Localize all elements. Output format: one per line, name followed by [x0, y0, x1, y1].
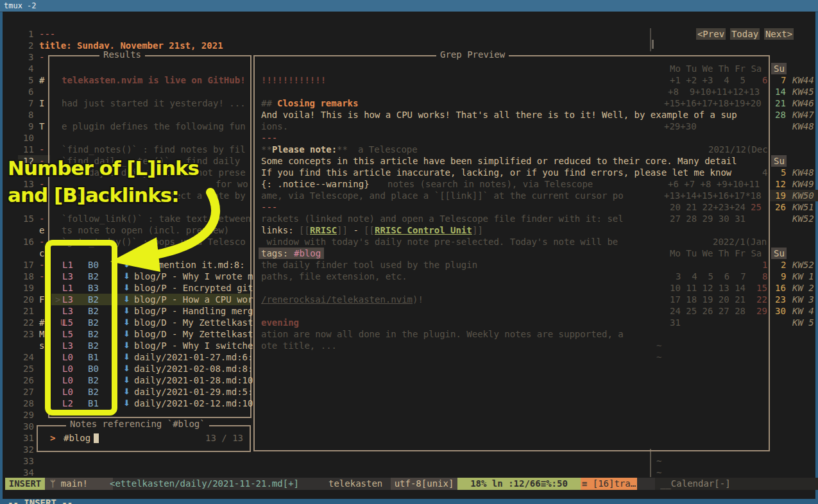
buffer-line: - — [39, 213, 44, 224]
bleed-line: )! — [413, 294, 423, 305]
results-window-title: Results — [99, 49, 145, 60]
line-number: 9 — [28, 121, 33, 132]
line-number: 15 — [23, 213, 34, 224]
line-number: 24 — [23, 351, 34, 363]
search-input[interactable]: #blog — [64, 432, 90, 444]
bleed-line: ts note to open (incl. preview) — [62, 224, 229, 236]
buffer-line: - — [39, 259, 44, 271]
result-entry-label: blog/P - Handling merg — [134, 305, 253, 317]
bleed-line: ote title, ... — [261, 340, 337, 351]
kw-label: KW50 — [792, 190, 814, 201]
line-number: 16 — [23, 236, 34, 248]
calendar-weekday-header: Su — [774, 63, 785, 74]
calendar-days: 4 — [762, 167, 767, 178]
kw-label: KW45 — [792, 86, 814, 97]
calendar-date[interactable]: 9 — [781, 271, 786, 282]
calendar-days: +29+30 — [664, 121, 697, 132]
calendar-date[interactable]: 23 — [775, 294, 786, 305]
calendar-next-button[interactable]: Next> — [764, 28, 794, 40]
buffer-line: F — [39, 294, 44, 305]
empty-buffer-tilde: ~ — [656, 351, 661, 363]
line-number: 5 — [28, 74, 33, 86]
buffer-line: # — [39, 74, 44, 86]
tmux-window: tmux -2 Results Grep Preview Notes refer… — [0, 0, 818, 504]
calendar-date[interactable]: 12 — [775, 178, 786, 190]
calendar-days: +15+16+17+18+19+20 — [664, 97, 762, 109]
result-entry-label: daily/2021-01-29.md:5: — [134, 386, 253, 398]
buffer-line: T — [39, 121, 44, 132]
calendar-days: 10 11 12 13 14 — [670, 282, 746, 294]
window-separator — [652, 40, 654, 49]
preview-line: --- — [261, 201, 277, 213]
calendar-date[interactable]: 28 — [775, 109, 786, 121]
bleed-line: a Telescope — [358, 144, 418, 155]
annotation-box — [45, 240, 117, 416]
line-number: 11 — [23, 144, 34, 155]
line-number: 7 — [28, 97, 33, 109]
preview-line: ## — [261, 97, 272, 109]
tag-match: #blog — [294, 248, 321, 259]
buffer-line: # — [39, 317, 44, 328]
result-entry-label: blog/P - Why I switche — [134, 340, 253, 351]
down-arrow-icon: ⬇ — [123, 386, 130, 398]
down-arrow-icon: ⬇ — [123, 317, 130, 328]
line-number: 31 — [23, 432, 34, 444]
bleed-line: ame, via Telescope, and place a `[[link]… — [261, 190, 624, 201]
calendar-date[interactable]: 16 — [775, 282, 786, 294]
kw-label: KW46 — [792, 97, 814, 109]
buffer-line: --- — [39, 28, 55, 40]
window-separator — [650, 449, 651, 477]
calendar-days: +8 9+10+11+12+13 — [668, 86, 760, 97]
calendar-date[interactable]: 21 — [775, 97, 786, 109]
calendar-date[interactable]: 26 — [775, 201, 786, 213]
calendar-saturday: 8 — [762, 271, 767, 282]
calendar-date[interactable]: 14 — [775, 86, 786, 97]
kw-label: KW44 — [792, 74, 814, 86]
calendar-date[interactable]: 19 — [775, 190, 786, 201]
preview-line: {: .notice--warning} — [261, 178, 370, 190]
buffer-line: M — [39, 328, 44, 340]
line-number: 34 — [23, 467, 34, 478]
encoding-indicator: utf-8[unix] — [391, 478, 457, 490]
line-number: 17 — [23, 259, 34, 271]
annotation-text-line2: and [B]acklinks: — [8, 183, 179, 206]
wiki-link: RRISC Control Unit — [375, 224, 472, 236]
calendar-date[interactable]: 2 — [781, 259, 786, 271]
kw-label: KW 4 — [792, 305, 814, 317]
calendar-saturday: 29 — [756, 305, 767, 317]
wiki-link: RRISC — [310, 224, 337, 236]
buffer-line: c — [39, 248, 44, 259]
line-number: 28 — [23, 398, 34, 409]
line-number: 23 — [23, 328, 34, 340]
line-number: 4 — [28, 63, 33, 74]
window-titlebar: tmux -2 — [0, 0, 818, 12]
preview-line: tags: — [261, 248, 288, 259]
calendar-weekday-header: Su — [774, 155, 785, 167]
preview-heading: Closing remarks — [277, 97, 358, 109]
preview-line: ions. — [261, 121, 288, 132]
calendar-date[interactable]: 5 — [781, 167, 786, 178]
calendar-prev-button[interactable]: <Prev — [696, 28, 726, 40]
buffer-line: - — [39, 144, 44, 155]
progress-indicator: 18% ln :12/66≡%:50 — [457, 478, 581, 490]
calendar-days: 17 18 19 20 21 — [670, 294, 746, 305]
calendar-date[interactable]: 7 — [781, 74, 786, 86]
line-number: 6 — [28, 86, 33, 97]
line-number: 1 — [28, 28, 33, 40]
preview-window-title: Grep Preview — [436, 49, 509, 60]
result-counter: 13 / 13 — [205, 432, 243, 444]
calendar-month-header: 2021/12(Dec — [708, 144, 768, 155]
calendar-date[interactable]: 30 — [775, 305, 786, 317]
bleed-line: `find_notes()` : find notes by fil — [62, 144, 246, 155]
git-branch-label: main! — [61, 478, 88, 489]
bleed-line: window with today's daily note pre-selec… — [261, 236, 618, 248]
line-number: 32 — [23, 444, 34, 455]
bleed-line: notes (search in notes), via Telescope — [388, 178, 593, 190]
result-entry-label: daily/2021-02-12.md:10 — [134, 398, 253, 409]
calendar-today-button[interactable]: Today — [730, 28, 760, 40]
bleed-line: telekasten.nvim is live on GitHub! — [62, 74, 246, 86]
result-entry-label: blog/P - How a CPU wor — [134, 294, 253, 305]
bleed-line: for wo — [216, 178, 248, 190]
down-arrow-icon: ⬇ — [123, 282, 130, 294]
buffer-line: I — [39, 97, 44, 109]
